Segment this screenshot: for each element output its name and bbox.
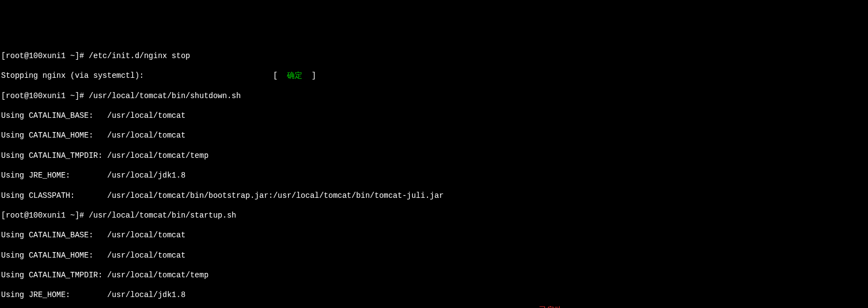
- output-line: Using JRE_HOME: /usr/local/jdk1.8: [1, 290, 867, 300]
- output-line: Using CATALINA_BASE: /usr/local/tomcat: [1, 230, 867, 240]
- output-line: Using CATALINA_HOME: /usr/local/tomcat: [1, 130, 867, 140]
- cmd-line: [root@100xuni1 ~]# /usr/local/tomcat/bin…: [1, 210, 867, 220]
- output-line: Using JRE_HOME: /usr/local/jdk1.8: [1, 170, 867, 180]
- output-line: Using CATALINA_TMPDIR: /usr/local/tomcat…: [1, 270, 867, 280]
- text-segment: Stopping nginx (via systemctl): [: [1, 71, 287, 80]
- output-line: Using CATALINA_HOME: /usr/local/tomcat: [1, 250, 867, 260]
- output-line: Using CATALINA_TMPDIR: /usr/local/tomcat…: [1, 151, 867, 161]
- annotation-label: 已启动: [539, 305, 562, 308]
- text-segment: ]: [302, 71, 316, 80]
- cmd-line: [root@100xuni1 ~]# /etc/init.d/nginx sto…: [1, 51, 867, 61]
- cmd-line: [root@100xuni1 ~]# /usr/local/tomcat/bin…: [1, 91, 867, 101]
- terminal-output[interactable]: [root@100xuni1 ~]# /etc/init.d/nginx sto…: [1, 41, 867, 308]
- status-ok: 确定: [287, 71, 302, 80]
- output-line: Using CLASSPATH: /usr/local/tomcat/bin/b…: [1, 191, 867, 201]
- output-line: Stopping nginx (via systemctl): [ 确定 ]: [1, 71, 867, 81]
- output-line: Using CATALINA_BASE: /usr/local/tomcat: [1, 111, 867, 121]
